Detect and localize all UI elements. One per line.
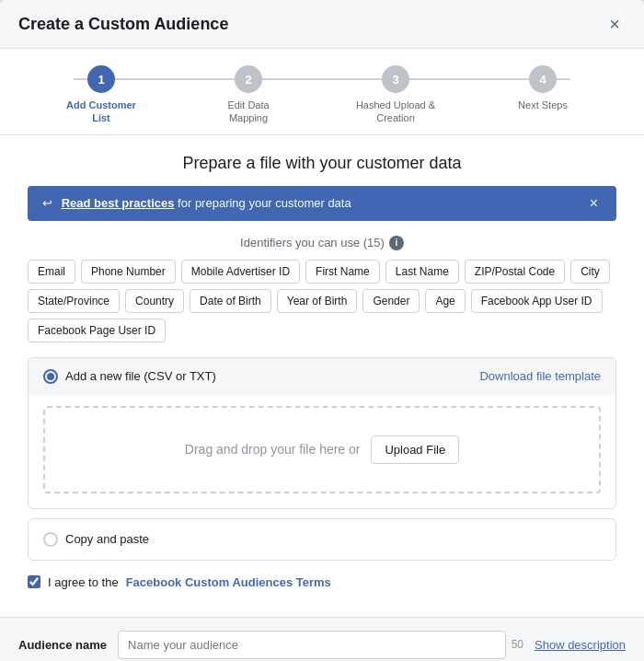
terms-checkbox[interactable] (28, 575, 40, 588)
terms-text-before: I agree to the (48, 575, 119, 589)
audience-input-wrap: 50 (118, 631, 523, 659)
identifier-tag: Mobile Advertiser ID (181, 260, 300, 284)
step-3-label: Hashed Upload & Creation (354, 99, 437, 125)
drop-zone-text: Drag and drop your file here or (185, 442, 361, 457)
step-1: 1 Add Customer List (28, 65, 175, 125)
download-template-link[interactable]: Download file template (479, 369, 601, 383)
add-file-left: Add a new file (CSV or TXT) (43, 369, 216, 384)
modal: Create a Custom Audience × 1 Add Custome… (0, 0, 644, 661)
banner: ↩ Read best practices for preparing your… (28, 186, 616, 221)
audience-name-label: Audience name (18, 638, 107, 652)
step-1-circle: 1 (87, 65, 115, 93)
step-2-circle: 2 (235, 65, 262, 93)
terms-row: I agree to the Facebook Custom Audiences… (28, 575, 616, 589)
step-1-label: Add Customer List (60, 99, 143, 125)
close-button[interactable]: × (604, 13, 626, 35)
modal-content: Prepare a file with your customer data ↩… (0, 135, 644, 617)
step-3-circle: 3 (382, 65, 409, 93)
identifier-tag: Phone Number (81, 260, 176, 284)
identifier-tag: Year of Birth (277, 289, 358, 313)
char-count: 50 (512, 638, 523, 651)
identifier-tag: Last Name (385, 260, 459, 284)
identifiers-label-text: Identifiers you can use (15) (240, 236, 385, 249)
banner-close-button[interactable]: × (586, 195, 602, 212)
copy-paste-label: Copy and paste (65, 532, 149, 546)
identifier-tag: Facebook Page User ID (28, 319, 166, 342)
identifier-tag: City (570, 260, 610, 284)
step-4-label: Next Steps (518, 99, 568, 111)
drop-zone[interactable]: Drag and drop your file here or Upload F… (43, 406, 601, 493)
tags-container: EmailPhone NumberMobile Advertiser IDFir… (28, 260, 616, 342)
step-3: 3 Hashed Upload & Creation (322, 65, 469, 125)
add-file-option-header: Add a new file (CSV or TXT) Download fil… (29, 358, 615, 395)
identifier-tag: Country (125, 289, 184, 313)
banner-icon: ↩ (42, 196, 52, 210)
identifier-tag: Age (425, 289, 465, 313)
show-description-link[interactable]: Show description (535, 638, 626, 652)
step-2: 2 Edit Data Mapping (175, 65, 322, 125)
modal-title: Create a Custom Audience (18, 15, 228, 34)
section-title: Prepare a file with your customer data (28, 154, 616, 173)
identifier-tag: State/Province (28, 289, 120, 313)
identifier-tag: Gender (362, 289, 420, 313)
identifiers-row: Identifiers you can use (15) i (28, 236, 616, 250)
copy-paste-radio[interactable] (43, 532, 58, 547)
identifier-tag: Facebook App User ID (471, 289, 603, 313)
step-2-label: Edit Data Mapping (207, 99, 290, 125)
add-file-option-box: Add a new file (CSV or TXT) Download fil… (28, 357, 616, 509)
step-4: 4 Next Steps (469, 65, 616, 111)
audience-name-row: Audience name 50 Show description (0, 617, 644, 661)
add-file-label: Add a new file (CSV or TXT) (65, 369, 216, 383)
identifier-tag: Email (28, 260, 75, 284)
info-icon[interactable]: i (389, 236, 404, 250)
modal-header: Create a Custom Audience × (0, 0, 644, 49)
steps-bar: 1 Add Customer List 2 Edit Data Mapping … (0, 49, 644, 135)
identifier-tag: First Name (305, 260, 380, 284)
copy-paste-option[interactable]: Copy and paste (28, 518, 616, 561)
best-practices-link[interactable]: Read best practices (62, 196, 175, 210)
banner-text: ↩ Read best practices for preparing your… (42, 196, 351, 210)
upload-file-button[interactable]: Upload File (371, 435, 459, 464)
terms-link[interactable]: Facebook Custom Audiences Terms (126, 575, 331, 589)
identifier-tag: ZIP/Postal Code (465, 260, 565, 284)
identifier-tag: Date of Birth (190, 289, 271, 313)
audience-name-input[interactable] (118, 631, 506, 659)
add-file-radio[interactable] (43, 369, 58, 384)
step-4-circle: 4 (529, 65, 557, 93)
banner-suffix: for preparing your customer data (178, 196, 351, 210)
